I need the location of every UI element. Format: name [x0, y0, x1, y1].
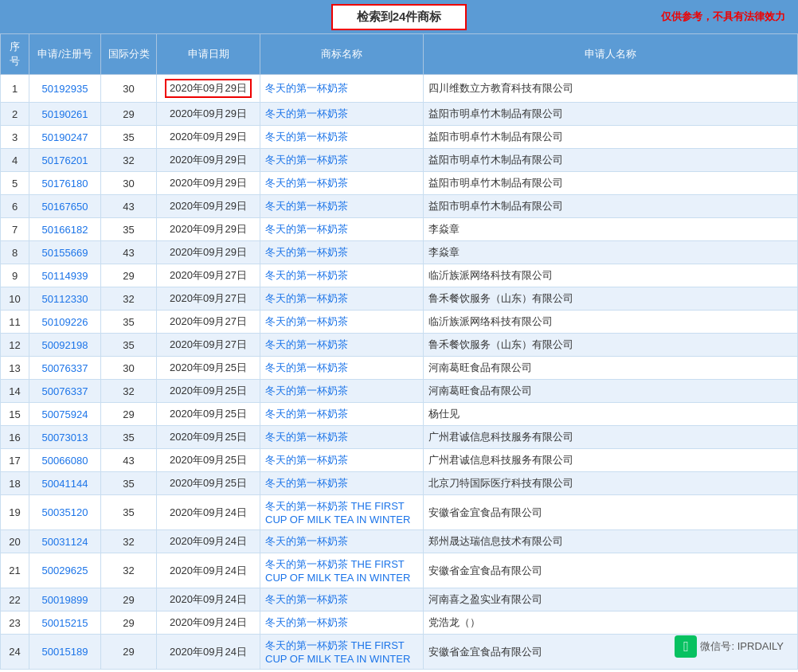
cell-appno[interactable]: 50192935: [29, 75, 101, 103]
table-row: 1850041144352020年09月25日冬天的第一杯奶茶北京刀特国际医疗科…: [1, 472, 798, 495]
cell-tmname[interactable]: 冬天的第一杯奶茶 THE FIRST CUP OF MILK TEA IN WI…: [260, 553, 424, 588]
cell-appno[interactable]: 50109226: [29, 311, 101, 334]
cell-intcls: 32: [101, 287, 157, 311]
cell-appno[interactable]: 50015189: [29, 635, 101, 670]
cell-appno[interactable]: 50167650: [29, 195, 101, 218]
table-row: 2250019899292020年09月24日冬天的第一杯奶茶河南喜之盈实业有限…: [1, 588, 798, 611]
cell-appno[interactable]: 50114939: [29, 264, 101, 287]
cell-applicant: 益阳市明卓竹木制品有限公司: [424, 126, 798, 149]
cell-seq: 10: [1, 287, 29, 311]
cell-tmname[interactable]: 冬天的第一杯奶茶: [260, 287, 424, 311]
cell-appno[interactable]: 50166182: [29, 218, 101, 241]
cell-appno[interactable]: 50019899: [29, 588, 101, 611]
disclaimer-text: 仅供参考，不具有法律效力: [661, 10, 785, 24]
cell-appdate: 2020年09月24日: [157, 553, 260, 588]
cell-applicant: 益阳市明卓竹木制品有限公司: [424, 195, 798, 218]
cell-appno[interactable]: 50041144: [29, 472, 101, 495]
table-row: 150192935302020年09月29日冬天的第一杯奶茶四川维数立方教育科技…: [1, 75, 798, 103]
cell-tmname[interactable]: 冬天的第一杯奶茶: [260, 611, 424, 635]
cell-tmname[interactable]: 冬天的第一杯奶茶: [260, 311, 424, 334]
cell-seq: 1: [1, 75, 29, 103]
cell-appno[interactable]: 50066080: [29, 449, 101, 472]
cell-appno[interactable]: 50015215: [29, 611, 101, 635]
wechat-icon: : [675, 635, 697, 658]
cell-appno[interactable]: 50092198: [29, 334, 101, 357]
cell-tmname[interactable]: 冬天的第一杯奶茶: [260, 126, 424, 149]
cell-applicant: 四川维数立方教育科技有限公司: [424, 75, 798, 103]
cell-tmname[interactable]: 冬天的第一杯奶茶: [260, 426, 424, 449]
cell-appno[interactable]: 50190247: [29, 126, 101, 149]
col-appno: 申请/注册号: [29, 34, 101, 75]
cell-appdate: 2020年09月29日: [157, 172, 260, 195]
cell-tmname[interactable]: 冬天的第一杯奶茶 THE FIRST CUP OF MILK TEA IN WI…: [260, 635, 424, 670]
cell-tmname[interactable]: 冬天的第一杯奶茶: [260, 218, 424, 241]
col-appdate: 申请日期: [157, 34, 260, 75]
cell-appno[interactable]: 50176201: [29, 149, 101, 172]
cell-tmname[interactable]: 冬天的第一杯奶茶: [260, 588, 424, 611]
cell-appno[interactable]: 50190261: [29, 103, 101, 126]
cell-appno[interactable]: 50029625: [29, 553, 101, 588]
cell-appdate: 2020年09月25日: [157, 472, 260, 495]
cell-intcls: 30: [101, 357, 157, 380]
cell-tmname[interactable]: 冬天的第一杯奶茶: [260, 357, 424, 380]
table-row: 2050031124322020年09月24日冬天的第一杯奶茶郑州晟达瑞信息技术…: [1, 530, 798, 553]
table-row: 2350015215292020年09月24日冬天的第一杯奶茶党浩龙（）: [1, 611, 798, 635]
cell-applicant: 广州君诚信息科技服务有限公司: [424, 449, 798, 472]
cell-tmname[interactable]: 冬天的第一杯奶茶: [260, 530, 424, 553]
cell-appdate: 2020年09月24日: [157, 588, 260, 611]
cell-appdate: 2020年09月25日: [157, 357, 260, 380]
cell-appno[interactable]: 50031124: [29, 530, 101, 553]
cell-tmname[interactable]: 冬天的第一杯奶茶: [260, 403, 424, 426]
cell-intcls: 29: [101, 611, 157, 635]
cell-intcls: 32: [101, 380, 157, 403]
cell-appno[interactable]: 50176180: [29, 172, 101, 195]
cell-appdate: 2020年09月29日: [157, 75, 260, 103]
cell-tmname[interactable]: 冬天的第一杯奶茶: [260, 195, 424, 218]
cell-tmname[interactable]: 冬天的第一杯奶茶: [260, 241, 424, 264]
table-row: 1050112330322020年09月27日冬天的第一杯奶茶鲁禾餐饮服务（山东…: [1, 287, 798, 311]
cell-appno[interactable]: 50035120: [29, 495, 101, 530]
cell-appdate: 2020年09月27日: [157, 264, 260, 287]
cell-appno[interactable]: 50076337: [29, 380, 101, 403]
cell-appdate: 2020年09月29日: [157, 195, 260, 218]
cell-appno[interactable]: 50076337: [29, 357, 101, 380]
main-container: 检索到24件商标 仅供参考，不具有法律效力 序号 申请/注册号 国际分类 申请日…: [0, 0, 798, 672]
cell-appno[interactable]: 50075924: [29, 403, 101, 426]
cell-appno[interactable]: 50112330: [29, 287, 101, 311]
table-row: 1950035120352020年09月24日冬天的第一杯奶茶 THE FIRS…: [1, 495, 798, 530]
cell-intcls: 35: [101, 472, 157, 495]
cell-tmname[interactable]: 冬天的第一杯奶茶: [260, 449, 424, 472]
cell-seq: 2: [1, 103, 29, 126]
cell-intcls: 32: [101, 553, 157, 588]
cell-appno[interactable]: 50073013: [29, 426, 101, 449]
cell-tmname[interactable]: 冬天的第一杯奶茶: [260, 149, 424, 172]
cell-tmname[interactable]: 冬天的第一杯奶茶 THE FIRST CUP OF MILK TEA IN WI…: [260, 495, 424, 530]
cell-appdate: 2020年09月25日: [157, 426, 260, 449]
cell-tmname[interactable]: 冬天的第一杯奶茶: [260, 334, 424, 357]
cell-seq: 17: [1, 449, 29, 472]
cell-applicant: 杨仕见: [424, 403, 798, 426]
cell-tmname[interactable]: 冬天的第一杯奶茶: [260, 264, 424, 287]
cell-appno[interactable]: 50155669: [29, 241, 101, 264]
cell-intcls: 35: [101, 218, 157, 241]
cell-intcls: 30: [101, 172, 157, 195]
cell-seq: 22: [1, 588, 29, 611]
cell-intcls: 35: [101, 495, 157, 530]
table-row: 2150029625322020年09月24日冬天的第一杯奶茶 THE FIRS…: [1, 553, 798, 588]
cell-tmname[interactable]: 冬天的第一杯奶茶: [260, 472, 424, 495]
cell-intcls: 29: [101, 588, 157, 611]
cell-tmname[interactable]: 冬天的第一杯奶茶: [260, 380, 424, 403]
col-seq: 序号: [1, 34, 29, 75]
cell-applicant: 郑州晟达瑞信息技术有限公司: [424, 530, 798, 553]
cell-intcls: 43: [101, 241, 157, 264]
search-result-button[interactable]: 检索到24件商标: [331, 4, 467, 30]
cell-appdate: 2020年09月25日: [157, 449, 260, 472]
table-row: 550176180302020年09月29日冬天的第一杯奶茶益阳市明卓竹木制品有…: [1, 172, 798, 195]
cell-intcls: 30: [101, 75, 157, 103]
cell-tmname[interactable]: 冬天的第一杯奶茶: [260, 103, 424, 126]
highlighted-date: 2020年09月29日: [165, 79, 252, 98]
cell-tmname[interactable]: 冬天的第一杯奶茶: [260, 172, 424, 195]
cell-tmname[interactable]: 冬天的第一杯奶茶: [260, 75, 424, 103]
cell-applicant: 河南葛旺食品有限公司: [424, 380, 798, 403]
watermark-text: 微信号: IPRDAILY: [700, 639, 784, 654]
